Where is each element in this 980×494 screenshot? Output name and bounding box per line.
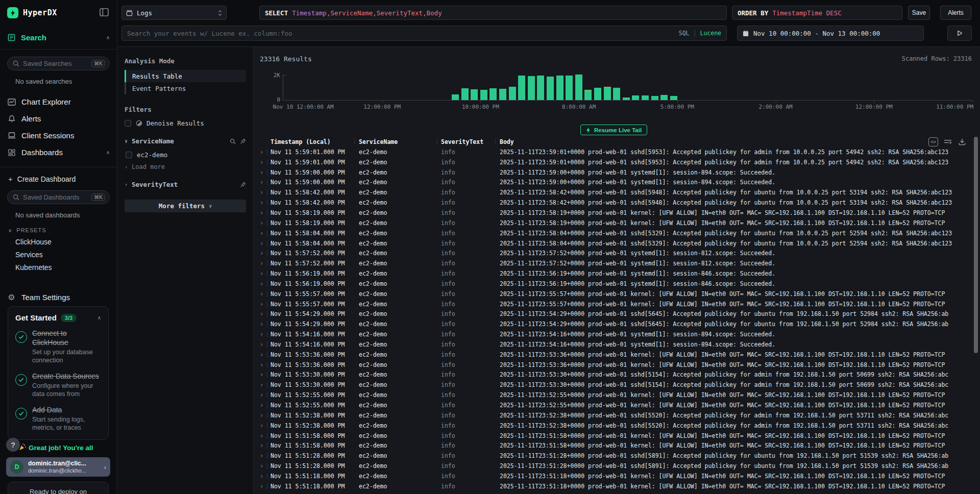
table-row[interactable]: › Nov 11 5:57:52.000 PM ec2-demo info 20… — [254, 248, 980, 258]
histogram-bar[interactable] — [556, 76, 564, 100]
histogram-bar[interactable] — [604, 87, 611, 100]
histogram-bar[interactable] — [660, 95, 668, 100]
run-query-button[interactable] — [947, 26, 972, 41]
deploy-banner[interactable]: Ready to deploy on — [8, 482, 109, 494]
filter-group-servicename[interactable]: ∨ ServiceName — [125, 137, 246, 145]
table-row[interactable]: › Nov 11 5:51:28.000 PM ec2-demo info 20… — [254, 461, 980, 471]
table-row[interactable]: › Nov 11 5:52:55.000 PM ec2-demo info 20… — [254, 400, 980, 410]
select-columns-input[interactable]: SELECT Timestamp,ServiceName,SeverityTex… — [259, 6, 727, 20]
expand-row-icon[interactable]: › — [260, 240, 267, 247]
expand-row-icon[interactable]: › — [260, 159, 267, 166]
histogram-bar[interactable] — [528, 76, 535, 100]
event-search-input[interactable] — [127, 30, 679, 37]
expand-row-icon[interactable]: › — [260, 230, 267, 237]
table-row[interactable]: › Nov 11 5:54:16.000 PM ec2-demo info 20… — [254, 339, 980, 350]
filter-group-severitytext[interactable]: › SeverityText — [125, 181, 246, 188]
preset-item[interactable]: Kubernetes — [0, 259, 117, 271]
sidebar-item-dashboards[interactable]: Dashboards ∧ — [0, 144, 117, 161]
expand-row-icon[interactable]: › — [260, 473, 267, 480]
table-row[interactable]: › Nov 11 5:54:29.000 PM ec2-demo info 20… — [254, 309, 980, 319]
expand-row-icon[interactable]: › — [260, 371, 267, 378]
histogram-bar[interactable] — [547, 77, 554, 100]
get-started-item[interactable]: Create Data SourcesConfigure where your … — [15, 372, 101, 399]
nav-search-header[interactable]: Search ∧ — [0, 32, 117, 43]
expand-row-icon[interactable]: › — [260, 432, 267, 439]
histogram-bar[interactable] — [461, 88, 469, 100]
get-started-item[interactable]: Add DataStart sending logs, metrics, or … — [15, 406, 101, 432]
table-row[interactable]: › Nov 11 5:58:04.000 PM ec2-demo info 20… — [254, 228, 980, 238]
histogram-bar[interactable] — [537, 76, 544, 100]
expand-row-icon[interactable]: › — [260, 179, 267, 186]
table-row[interactable]: › Nov 11 5:53:30.000 PM ec2-demo info 20… — [254, 380, 980, 390]
filter-search-icon[interactable] — [230, 138, 236, 144]
table-row[interactable]: › Nov 11 5:58:42.000 PM ec2-demo info 20… — [254, 197, 980, 208]
table-row[interactable]: › Nov 11 5:55:57.000 PM ec2-demo info 20… — [254, 289, 980, 299]
table-row[interactable]: › Nov 11 5:58:19.000 PM ec2-demo info 20… — [254, 218, 980, 228]
expand-row-icon[interactable]: › — [260, 280, 267, 287]
saved-dashboards-input[interactable]: Saved Dashboards ⌘K — [7, 190, 110, 204]
table-row[interactable]: › Nov 11 5:52:55.000 PM ec2-demo info 20… — [254, 390, 980, 400]
table-row[interactable]: › Nov 11 5:54:16.000 PM ec2-demo info 20… — [254, 329, 980, 339]
sidebar-item-alerts[interactable]: Alerts — [0, 110, 117, 127]
sidebar-item-team-settings[interactable]: ⚙ Team Settings — [0, 289, 117, 305]
table-row[interactable]: › Nov 11 5:59:00.000 PM ec2-demo info 20… — [254, 167, 980, 178]
download-icon[interactable] — [957, 137, 967, 146]
histogram-bar[interactable] — [651, 96, 658, 100]
expand-row-icon[interactable]: › — [260, 351, 267, 358]
histogram-bar[interactable] — [489, 88, 497, 100]
table-row[interactable]: › Nov 11 5:53:36.000 PM ec2-demo info 20… — [254, 360, 980, 370]
alerts-button[interactable]: Alerts — [940, 6, 971, 20]
table-row[interactable]: › Nov 11 5:58:42.000 PM ec2-demo info 20… — [254, 187, 980, 197]
histogram-bar[interactable] — [613, 88, 620, 100]
expand-row-icon[interactable]: › — [260, 442, 267, 449]
table-row[interactable]: › Nov 11 5:59:01.000 PM ec2-demo info 20… — [254, 157, 980, 167]
filter-option-ec2-demo[interactable]: ec2-demo — [126, 151, 246, 159]
table-row[interactable]: › Nov 11 5:55:57.000 PM ec2-demo info 20… — [254, 299, 980, 309]
expand-row-icon[interactable]: › — [260, 189, 267, 196]
histogram-bar[interactable] — [575, 75, 582, 100]
histogram-bar[interactable] — [642, 95, 649, 100]
table-row[interactable]: › Nov 11 5:59:00.000 PM ec2-demo info 20… — [254, 178, 980, 188]
column-header-servicename[interactable]: ServiceName — [359, 138, 438, 145]
save-button[interactable]: Save — [908, 6, 930, 20]
ec2-demo-checkbox[interactable] — [126, 152, 132, 158]
table-row[interactable]: › Nov 11 5:57:52.000 PM ec2-demo info 20… — [254, 258, 980, 268]
expand-row-icon[interactable]: › — [260, 402, 267, 409]
expand-row-icon[interactable]: › — [260, 199, 267, 206]
pin-icon[interactable] — [240, 182, 246, 188]
table-row[interactable]: › Nov 11 5:53:30.000 PM ec2-demo info 20… — [254, 370, 980, 380]
table-row[interactable]: › Nov 11 5:51:28.000 PM ec2-demo info 20… — [254, 451, 980, 461]
expand-row-icon[interactable]: › — [260, 169, 267, 176]
lucene-toggle[interactable]: Lucene — [700, 30, 721, 37]
table-row[interactable]: › Nov 11 5:56:19.000 PM ec2-demo info 20… — [254, 268, 980, 279]
resume-live-tail-button[interactable]: Resume Live Tail — [580, 125, 647, 135]
table-row[interactable]: › Nov 11 5:58:19.000 PM ec2-demo info 20… — [254, 208, 980, 218]
expand-row-icon[interactable]: › — [260, 270, 267, 277]
expand-row-icon[interactable]: › — [260, 301, 267, 308]
table-row[interactable]: › Nov 11 5:51:58.000 PM ec2-demo info 20… — [254, 440, 980, 451]
get-started-header[interactable]: Get Started 3/3 ∧ — [15, 313, 101, 322]
sidebar-item-chart-explorer[interactable]: Chart Explorer — [0, 93, 117, 110]
histogram-bar[interactable] — [632, 95, 639, 100]
histogram-bar[interactable] — [584, 90, 592, 100]
sql-toggle[interactable]: SQL — [679, 30, 690, 37]
expand-row-icon[interactable]: › — [260, 361, 267, 368]
help-button[interactable]: ? — [6, 438, 20, 452]
column-header-severitytext[interactable]: SeverityText — [441, 138, 497, 145]
column-resize-handle[interactable]: ⋮ — [434, 138, 440, 144]
create-dashboard-button[interactable]: + Create Dashboard — [0, 167, 117, 183]
expand-row-icon[interactable]: › — [260, 290, 267, 298]
expand-row-icon[interactable]: › — [260, 260, 267, 267]
table-row[interactable]: › Nov 11 5:52:38.000 PM ec2-demo info 20… — [254, 421, 980, 431]
profile-card[interactable]: D dominic.tran@clic... dominic.tran@clic… — [6, 457, 110, 477]
denoise-results-row[interactable]: Denoise Results — [125, 119, 246, 127]
expand-row-icon[interactable]: › — [260, 422, 267, 429]
source-view-icon[interactable]: <> — [928, 137, 938, 146]
histogram-bar[interactable] — [623, 97, 630, 100]
expand-row-icon[interactable]: › — [260, 462, 267, 470]
column-resize-handle[interactable]: ⋮ — [493, 138, 498, 144]
expand-row-icon[interactable]: › — [260, 381, 267, 388]
source-select[interactable]: Logs — [121, 6, 227, 20]
more-filters-button[interactable]: More filters ∨ — [125, 200, 246, 212]
preset-item[interactable]: Services — [0, 246, 117, 259]
